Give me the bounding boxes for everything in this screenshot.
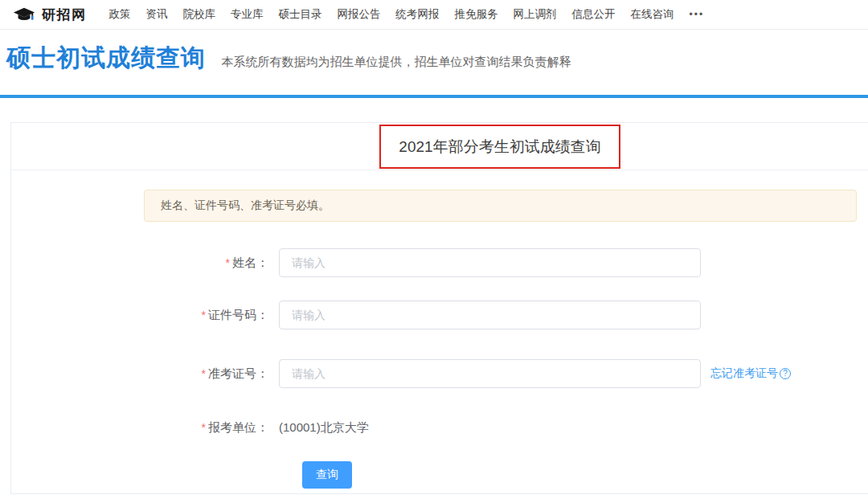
form-row-name: *姓名： bbox=[11, 248, 868, 277]
card-body: 姓名、证件号码、准考证号必填。 *姓名： *证件号码： *准考证号： bbox=[11, 170, 868, 489]
card-header: 2021年部分考生初试成绩查询 bbox=[11, 123, 868, 170]
nav-item-exemption-service[interactable]: 推免服务 bbox=[455, 7, 498, 22]
id-number-input[interactable] bbox=[279, 301, 701, 329]
red-annotation-box: 2021年部分考生初试成绩查询 bbox=[379, 125, 620, 169]
card-title: 2021年部分考生初试成绩查询 bbox=[399, 137, 600, 158]
form-row-admission-ticket: *准考证号： 忘记准考证号? bbox=[11, 359, 868, 388]
nav-item-online-consult[interactable]: 在线咨询 bbox=[631, 7, 674, 22]
target-university-value: (10001)北京大学 bbox=[279, 420, 369, 436]
logo-text: 研招网 bbox=[42, 6, 87, 24]
nav-item-unified-exam-report[interactable]: 统考网报 bbox=[396, 7, 440, 22]
name-label: *姓名： bbox=[11, 256, 279, 271]
nav-item-policy[interactable]: 政策 bbox=[109, 7, 131, 22]
admission-ticket-input[interactable] bbox=[279, 359, 701, 388]
nav-item-school-library[interactable]: 院校库 bbox=[183, 7, 216, 22]
nav-item-online-report-notice[interactable]: 网报公告 bbox=[338, 7, 381, 22]
required-asterisk: * bbox=[202, 309, 206, 321]
query-button[interactable]: 查询 bbox=[302, 461, 352, 489]
graduation-cap-icon bbox=[12, 6, 36, 23]
top-navigation-bar: 研招网 政策 资讯 院校库 专业库 硕士目录 网报公告 统考网报 推免服务 网上… bbox=[0, 0, 868, 30]
required-fields-notice: 姓名、证件号码、准考证号必填。 bbox=[144, 190, 857, 222]
form-row-target-university: *报考单位： (10001)北京大学 bbox=[11, 413, 868, 442]
forgot-ticket-link[interactable]: 忘记准考证号? bbox=[710, 366, 791, 381]
required-asterisk: * bbox=[202, 421, 206, 434]
page-header: 硕士初试成绩查询 本系统所有数据均为招生单位提供，招生单位对查询结果负责解释 bbox=[0, 30, 868, 95]
nav-item-master-catalog[interactable]: 硕士目录 bbox=[279, 7, 322, 22]
nav-item-news[interactable]: 资讯 bbox=[146, 7, 168, 22]
query-form: *姓名： *证件号码： *准考证号： 忘记准考证号? bbox=[11, 248, 868, 489]
required-asterisk: * bbox=[226, 256, 230, 269]
required-asterisk: * bbox=[202, 367, 206, 380]
blue-divider bbox=[0, 95, 868, 98]
more-dots-icon[interactable]: ••• bbox=[690, 9, 705, 20]
notice-text: 姓名、证件号码、准考证号必填。 bbox=[161, 198, 330, 213]
form-row-id-number: *证件号码： bbox=[11, 301, 868, 329]
site-logo[interactable]: 研招网 bbox=[12, 6, 87, 24]
page-title: 硕士初试成绩查询 bbox=[6, 42, 206, 75]
name-input[interactable] bbox=[279, 248, 701, 277]
page-subtitle: 本系统所有数据均为招生单位提供，招生单位对查询结果负责解释 bbox=[221, 55, 571, 70]
admission-ticket-label: *准考证号： bbox=[11, 366, 279, 382]
target-university-label: *报考单位： bbox=[11, 420, 279, 436]
score-query-card: 2021年部分考生初试成绩查询 姓名、证件号码、准考证号必填。 *姓名： *证件… bbox=[10, 122, 868, 494]
nav-item-info-disclosure[interactable]: 信息公开 bbox=[572, 7, 616, 22]
nav-item-major-library[interactable]: 专业库 bbox=[231, 7, 264, 22]
id-number-label: *证件号码： bbox=[11, 308, 279, 323]
main-nav: 政策 资讯 院校库 专业库 硕士目录 网报公告 统考网报 推免服务 网上调剂 信… bbox=[109, 7, 705, 22]
question-circle-icon: ? bbox=[780, 368, 791, 379]
nav-item-online-adjustment[interactable]: 网上调剂 bbox=[514, 7, 557, 22]
